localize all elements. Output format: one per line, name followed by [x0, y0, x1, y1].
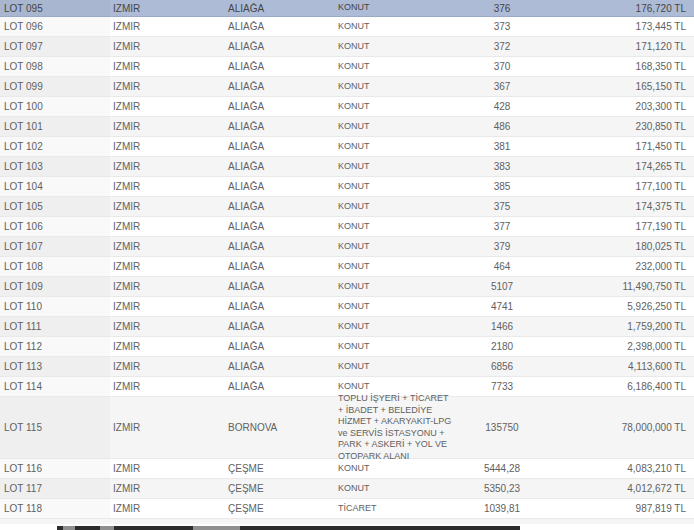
type-cell: KONUT [335, 41, 459, 53]
lot-cell: LOT 115 [0, 397, 110, 458]
district-cell: BORNOVA [225, 422, 335, 433]
lot-cell: LOT 097 [0, 37, 110, 56]
type-cell: KONUT [335, 281, 459, 293]
district-cell: ALİAĞA [225, 161, 335, 172]
table-row[interactable]: LOT 117 İZMİR ÇEŞME KONUT 5350,23 4,012,… [0, 479, 694, 499]
lot-cell: LOT 117 [0, 479, 110, 498]
price-cell: 174,375 TL [545, 201, 694, 212]
type-cell: KONUT [335, 81, 459, 93]
table-row[interactable]: LOT 108 İZMİR ALİAĞA KONUT 464 232,000 T… [0, 257, 694, 277]
type-cell: KONUT [335, 341, 459, 353]
lot-cell: LOT 095 [0, 0, 110, 16]
table-row[interactable]: LOT 104 İZMİR ALİAĞA KONUT 385 177,100 T… [0, 177, 694, 197]
city-cell: İZMİR [110, 422, 225, 433]
city-cell: İZMİR [110, 21, 225, 32]
area-cell: 377 [459, 221, 545, 232]
table-row[interactable]: LOT 111 İZMİR ALİAĞA KONUT 1466 1,759,20… [0, 317, 694, 337]
table-row[interactable]: LOT 103 İZMİR ALİAĞA KONUT 383 174,265 T… [0, 157, 694, 177]
area-cell: 2180 [459, 341, 545, 352]
area-cell: 5107 [459, 281, 545, 292]
price-cell: 11,490,750 TL [545, 281, 694, 292]
table-row-selected[interactable]: LOT 095 İZMİR ALİAĞA KONUT 376 176,720 T… [0, 0, 694, 17]
area-cell: 4741 [459, 301, 545, 312]
district-cell: ALİAĞA [225, 141, 335, 152]
table-row[interactable]: LOT 110 İZMİR ALİAĞA KONUT 4741 5,926,25… [0, 297, 694, 317]
lot-cell: LOT 098 [0, 57, 110, 76]
type-cell: KONUT [335, 221, 459, 233]
lot-cell: LOT 104 [0, 177, 110, 196]
price-cell: 987,819 TL [545, 503, 694, 514]
lot-cell: LOT 109 [0, 277, 110, 296]
table-row[interactable]: LOT 099 İZMİR ALİAĞA KONUT 367 165,150 T… [0, 77, 694, 97]
city-cell: İZMİR [110, 161, 225, 172]
bottom-clipped-content [0, 524, 694, 530]
table-row[interactable]: LOT 101 İZMİR ALİAĞA KONUT 486 230,850 T… [0, 117, 694, 137]
price-cell: 2,398,000 TL [545, 341, 694, 352]
lot-cell: LOT 113 [0, 357, 110, 376]
district-cell: ÇEŞME [225, 463, 335, 474]
lot-cell: LOT 100 [0, 97, 110, 116]
table-row[interactable]: LOT 100 İZMİR ALİAĞA KONUT 428 203,300 T… [0, 97, 694, 117]
area-cell: 6856 [459, 361, 545, 372]
table-row[interactable]: LOT 118 İZMİR ÇEŞME TİCARET 1039,81 987,… [0, 499, 694, 519]
area-cell: 5444,28 [459, 463, 545, 474]
price-cell: 177,190 TL [545, 221, 694, 232]
table-row[interactable]: LOT 096 İZMİR ALİAĞA KONUT 373 173,445 T… [0, 17, 694, 37]
type-cell: KONUT [335, 181, 459, 193]
table-row[interactable]: LOT 113 İZMİR ALİAĞA KONUT 6856 4,113,60… [0, 357, 694, 377]
district-cell: ALİAĞA [225, 101, 335, 112]
lot-cell: LOT 105 [0, 197, 110, 216]
city-cell: İZMİR [110, 3, 225, 14]
city-cell: İZMİR [110, 503, 225, 514]
type-cell: KONUT [335, 301, 459, 313]
district-cell: ALİAĞA [225, 381, 335, 392]
price-cell: 174,265 TL [545, 161, 694, 172]
table-row[interactable]: LOT 112 İZMİR ALİAĞA KONUT 2180 2,398,00… [0, 337, 694, 357]
lot-cell: LOT 116 [0, 459, 110, 478]
table-row[interactable]: LOT 115 İZMİR BORNOVA TOPLU İŞYERİ + TİC… [0, 397, 694, 459]
city-cell: İZMİR [110, 101, 225, 112]
type-cell: KONUT [335, 121, 459, 133]
table-row[interactable]: LOT 106 İZMİR ALİAĞA KONUT 377 177,190 T… [0, 217, 694, 237]
type-cell: KONUT [335, 261, 459, 273]
price-cell: 171,450 TL [545, 141, 694, 152]
city-cell: İZMİR [110, 261, 225, 272]
table-row[interactable]: LOT 102 İZMİR ALİAĞA KONUT 381 171,450 T… [0, 137, 694, 157]
dark-strip [57, 526, 520, 530]
table-row[interactable]: LOT 116 İZMİR ÇEŞME KONUT 5444,28 4,083,… [0, 459, 694, 479]
table-row[interactable]: LOT 107 İZMİR ALİAĞA KONUT 379 180,025 T… [0, 237, 694, 257]
district-cell: ALİAĞA [225, 81, 335, 92]
table-row[interactable]: LOT 109 İZMİR ALİAĞA KONUT 5107 11,490,7… [0, 277, 694, 297]
table-row[interactable]: LOT 098 İZMİR ALİAĞA KONUT 370 168,350 T… [0, 57, 694, 77]
price-cell: 176,720 TL [545, 3, 694, 14]
lot-cell: LOT 110 [0, 297, 110, 316]
district-cell: ÇEŞME [225, 483, 335, 494]
district-cell: ALİAĞA [225, 321, 335, 332]
type-cell: KONUT [335, 201, 459, 213]
district-cell: ALİAĞA [225, 201, 335, 212]
city-cell: İZMİR [110, 181, 225, 192]
price-cell: 168,350 TL [545, 61, 694, 72]
area-cell: 428 [459, 101, 545, 112]
type-cell: KONUT [335, 241, 459, 253]
lot-listing-table: LOT 095 İZMİR ALİAĞA KONUT 376 176,720 T… [0, 0, 694, 530]
lot-cell: LOT 106 [0, 217, 110, 236]
area-cell: 464 [459, 261, 545, 272]
district-cell: ALİAĞA [225, 121, 335, 132]
area-cell: 385 [459, 181, 545, 192]
table-row[interactable]: LOT 105 İZMİR ALİAĞA KONUT 375 174,375 T… [0, 197, 694, 217]
type-cell: TİCARET [335, 503, 459, 515]
price-cell: 171,120 TL [545, 41, 694, 52]
district-cell: ALİAĞA [225, 3, 335, 14]
district-cell: ALİAĞA [225, 61, 335, 72]
city-cell: İZMİR [110, 483, 225, 494]
city-cell: İZMİR [110, 463, 225, 474]
table-body: LOT 095 İZMİR ALİAĞA KONUT 376 176,720 T… [0, 0, 694, 519]
district-cell: ALİAĞA [225, 361, 335, 372]
city-cell: İZMİR [110, 281, 225, 292]
price-cell: 6,186,400 TL [545, 381, 694, 392]
table-row[interactable]: LOT 097 İZMİR ALİAĞA KONUT 372 171,120 T… [0, 37, 694, 57]
lot-cell: LOT 103 [0, 157, 110, 176]
type-cell: KONUT [335, 2, 459, 14]
city-cell: İZMİR [110, 361, 225, 372]
